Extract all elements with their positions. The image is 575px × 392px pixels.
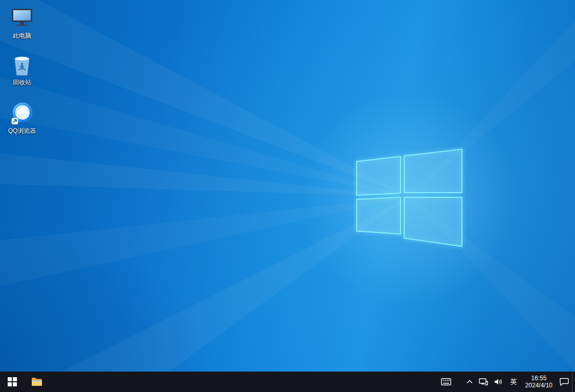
touch-keyboard-icon — [441, 378, 451, 385]
desktop-icon-label: 此电脑 — [13, 32, 31, 39]
desktop-icon-qq-browser[interactable]: QQ浏览器 — [2, 101, 42, 135]
clock-date: 2024/4/10 — [525, 382, 552, 389]
network-icon — [479, 378, 488, 385]
action-center-button[interactable] — [557, 372, 572, 392]
desktop-icon-this-pc[interactable]: 此电脑 — [2, 6, 42, 40]
windows-logo-icon — [8, 377, 17, 386]
system-tray: 英 16:55 2024/4/10 — [438, 372, 575, 392]
wallpaper-light-rays — [0, 0, 575, 372]
windows-logo-wallpaper — [353, 147, 468, 251]
this-pc-icon — [10, 6, 34, 31]
desktop-icon-label: 回收站 — [13, 79, 31, 86]
show-desktop-button[interactable] — [572, 372, 575, 392]
volume-button[interactable] — [491, 372, 506, 392]
qq-browser-icon — [10, 101, 34, 126]
ime-indicator[interactable]: 英 — [506, 372, 521, 392]
start-button[interactable] — [0, 372, 25, 392]
taskbar-empty-area — [49, 372, 438, 392]
touch-keyboard-button[interactable] — [438, 372, 454, 392]
tray-gap — [454, 372, 463, 392]
windows-desktop: 此电脑 回收站 — [0, 0, 575, 392]
speaker-icon — [494, 378, 503, 385]
desktop-wallpaper: 此电脑 回收站 — [0, 0, 575, 372]
desktop-icon-recycle-bin[interactable]: 回收站 — [2, 53, 42, 86]
action-center-icon — [560, 378, 569, 386]
hidden-icons-chevron-icon — [467, 380, 473, 384]
clock-time: 16:55 — [531, 375, 546, 382]
hidden-icons-button[interactable] — [463, 372, 476, 392]
folder-icon — [31, 377, 42, 386]
desktop-icon-label: QQ浏览器 — [8, 127, 36, 134]
network-button[interactable] — [476, 372, 491, 392]
taskbar: 英 16:55 2024/4/10 — [0, 372, 575, 392]
recycle-bin-icon — [10, 53, 34, 77]
clock[interactable]: 16:55 2024/4/10 — [521, 372, 557, 392]
file-explorer-button[interactable] — [25, 372, 49, 392]
